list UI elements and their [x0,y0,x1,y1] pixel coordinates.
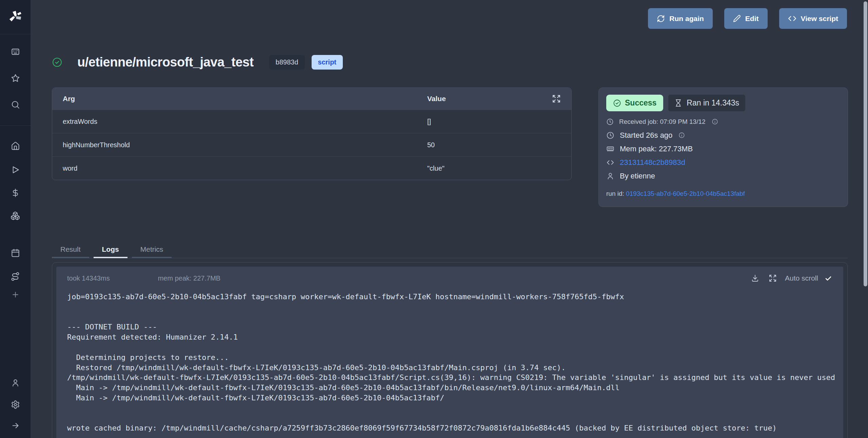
author-label: By etienne [620,172,655,180]
sidebar-divider [0,126,31,126]
view-script-label: View script [801,15,839,23]
code-icon [788,14,796,23]
arg-value: [] [427,118,561,126]
auto-scroll-checkbox[interactable] [824,274,832,282]
log-output[interactable]: job=0193c135-ab7d-60e5-2b10-04b5ac13fabf… [56,284,843,433]
schedules-icon[interactable] [0,243,31,263]
expand-args-icon[interactable] [552,94,561,103]
tab-metrics[interactable]: Metrics [132,242,172,258]
received-row: Received job: 07:09 PM 13/12 [606,116,840,127]
download-logs-icon[interactable] [751,274,759,282]
table-row: word "clue" [52,156,571,180]
sidebar-divider [0,34,31,34]
sidebar [0,0,31,438]
status-row: Success Ran in 14.343s [606,95,840,111]
status-badge: Success [606,95,663,111]
tab-list: Result Logs Metrics [52,242,848,258]
table-row: extraWords [] [52,110,571,133]
create-icon[interactable] [0,286,31,303]
variables-icon[interactable] [0,183,31,203]
settings-icon[interactable] [0,394,31,415]
auto-scroll-label: Auto scroll [785,274,818,282]
account-icon[interactable] [0,373,31,393]
check-circle-icon [613,99,621,107]
code-icon [606,158,614,167]
resources-icon[interactable] [0,206,31,226]
info-icon[interactable] [712,118,718,125]
runs-icon[interactable] [0,159,31,180]
windmill-logo-icon [7,9,23,25]
table-row: highNumberThreshold 50 [52,133,571,156]
status-label: Success [625,98,656,108]
clock-icon [606,131,614,139]
args-table-header: Arg Value [52,88,571,110]
log-mem-peak: mem peak: 227.7MB [158,274,221,282]
page-title: u/etienne/microsoft_java_test [77,55,254,70]
workspace-icon[interactable] [0,41,31,62]
tab-logs[interactable]: Logs [94,242,127,258]
log-took: took 14343ms [67,274,110,282]
search-icon[interactable] [0,94,31,115]
script-hash-link[interactable]: 23131148c2b8983d [620,158,685,167]
arg-value: "clue" [427,165,561,172]
log-container: took 14343ms mem peak: 227.7MB Auto scro… [52,262,848,438]
pencil-icon [733,15,741,22]
memory-icon [606,145,614,153]
title-row: u/etienne/microsoft_java_test b8983d scr… [52,52,343,73]
log-viewer: took 14343ms mem peak: 227.7MB Auto scro… [56,267,843,438]
started-row: Started 26s ago [606,130,840,140]
workers-icon[interactable] [0,266,31,287]
user-icon [606,172,614,180]
clock-icon [606,118,614,126]
page-scrollbar[interactable] [864,1,867,286]
mem-peak-label: Mem peak: 227.73MB [620,145,693,153]
args-table: Arg Value extraWords [] highNumberThresh… [52,88,572,180]
arg-name: highNumberThreshold [63,141,427,149]
run-id-label: run id: [606,190,624,197]
version-hash-badge: b8983d [269,55,305,70]
arg-value: 50 [427,141,561,149]
run-info-panel: Success Ran in 14.343s Received job: 07:… [598,88,848,207]
received-label: Received job: 07:09 PM 13/12 [619,118,706,126]
info-icon[interactable] [678,132,685,138]
script-hash-row: 23131148c2b8983d [606,157,840,168]
kind-badge[interactable]: script [312,55,343,70]
edit-button[interactable]: Edit [724,8,768,29]
tab-result[interactable]: Result [52,242,89,258]
run-again-label: Run again [669,15,704,23]
expand-logs-icon[interactable] [769,274,777,282]
duration-label: Ran in 14.343s [687,98,739,108]
run-id-link[interactable]: 0193c135-ab7d-60e5-2b10-04b5ac13fabf [626,190,745,197]
run-again-button[interactable]: Run again [648,8,713,29]
started-label: Started 26s ago [620,131,672,140]
mem-peak-row: Mem peak: 227.73MB [606,144,840,154]
hourglass-icon [674,99,682,107]
author-row: By etienne [606,171,840,181]
arg-name: extraWords [63,118,427,126]
success-check-icon [52,57,62,68]
expand-sidebar-icon[interactable] [0,415,31,436]
log-header: took 14343ms mem peak: 227.7MB Auto scro… [56,267,843,284]
run-id-row: run id: 0193c135-ab7d-60e5-2b10-04b5ac13… [606,190,840,197]
result-tabs: Result Logs Metrics [52,242,848,258]
edit-label: Edit [745,15,759,23]
column-header-arg: Arg [63,95,427,103]
home-icon[interactable] [0,136,31,156]
windmill-logo[interactable] [0,0,31,34]
duration-chip: Ran in 14.343s [668,95,745,111]
favorites-star-icon[interactable] [0,68,31,88]
arg-name: word [63,165,427,172]
column-header-value: Value [427,95,552,103]
refresh-icon [657,15,665,23]
header-actions: Run again Edit View script [648,8,847,29]
view-script-button[interactable]: View script [779,8,847,29]
